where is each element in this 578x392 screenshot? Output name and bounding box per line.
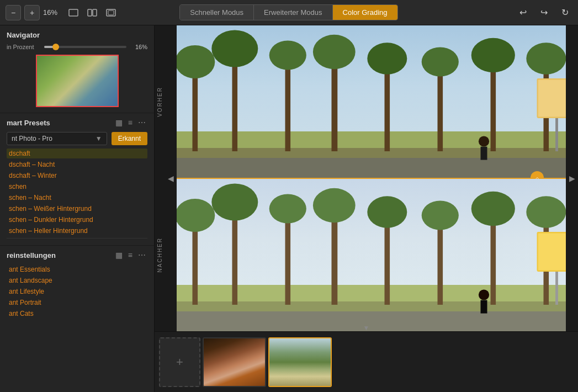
svg-rect-44 (438, 219, 443, 305)
before-label-wrap: Vorher (157, 25, 163, 178)
top-bar-right: ↩ ↪ ↻ (515, 5, 572, 20)
preset-item-0[interactable]: dschaft (7, 149, 147, 158)
svg-rect-2 (93, 9, 97, 16)
undo-button[interactable]: ↩ (515, 5, 531, 20)
svg-rect-4 (108, 10, 114, 15)
filmstrip-thumb-1[interactable] (268, 337, 332, 387)
reinst-item-1[interactable]: ant Landscape (7, 276, 147, 285)
reinstellungen-grid-icon[interactable]: ▦ (114, 250, 124, 260)
svg-rect-46 (491, 212, 496, 305)
preset-divider (7, 238, 147, 239)
nav-next-button[interactable]: ▶ (566, 25, 578, 331)
view-crop-icon[interactable] (103, 5, 119, 20)
svg-rect-42 (385, 215, 390, 305)
reinstellungen-list-icon[interactable]: ≡ (126, 250, 134, 260)
svg-point-41 (313, 188, 356, 223)
smart-presets-header-icons: ▦ ≡ ⋯ (114, 118, 147, 128)
navigator-title: Navigator (7, 31, 147, 39)
reinst-item-0[interactable]: ant Essentials (7, 264, 147, 274)
svg-point-20 (422, 47, 459, 77)
filmstrip-add-button[interactable]: + (159, 337, 200, 387)
preset-item-6[interactable]: schen – Dunkler Hintergrund (7, 215, 147, 225)
svg-point-35 (177, 199, 215, 232)
before-image (177, 25, 566, 178)
svg-point-16 (313, 35, 356, 69)
svg-point-43 (367, 196, 407, 228)
filmstrip-area: ▼ + (155, 331, 578, 392)
zoom-slider-thumb (52, 44, 59, 50)
redo-button[interactable]: ↪ (536, 5, 552, 20)
zoom-slider-track[interactable] (44, 46, 126, 48)
reinstellungen-header-icons: ▦ ≡ ⋯ (114, 250, 147, 260)
smart-presets-more-icon[interactable]: ⋯ (136, 118, 147, 128)
image-panels: ⬦ (177, 25, 566, 331)
preset-item-4[interactable]: schen – Nacht (7, 193, 147, 203)
reinstellungen-list: ant Essentials ant Landscape ant Lifesty… (7, 264, 147, 319)
preset-item-3[interactable]: schen (7, 182, 147, 192)
reinstellungen-title: reinstellungen (7, 251, 114, 259)
tab-color-grading[interactable]: Color Grading (333, 5, 397, 20)
preset-dropdown[interactable]: nt Photo - Pro ▼ (7, 132, 107, 145)
reinstellungen-section: reinstellungen ▦ ≡ ⋯ ant Essentials ant … (0, 246, 154, 392)
reinstellungen-more-icon[interactable]: ⋯ (136, 250, 147, 260)
svg-point-53 (479, 289, 489, 300)
top-bar: − + 16% Schneller Modus Erweiterter Modu… (0, 0, 578, 25)
preset-list: dschaft dschaft – Nacht dschaft – Winter… (7, 149, 147, 236)
zoom-out-button[interactable]: − (6, 5, 21, 20)
svg-rect-13 (285, 59, 291, 151)
preset-item-1[interactable]: dschaft – Nacht (7, 160, 147, 169)
svg-point-45 (422, 201, 459, 230)
main-area: Navigator in Prozent 16% mart Presets ▦ … (0, 25, 578, 392)
svg-point-28 (479, 136, 489, 146)
before-label: Vorher (157, 87, 163, 117)
svg-rect-8 (177, 158, 566, 178)
reinst-item-2[interactable]: ant Lifestyle (7, 287, 147, 296)
refresh-button[interactable]: ↻ (557, 5, 572, 20)
navigator-section: Navigator in Prozent 16% (0, 25, 154, 113)
svg-rect-26 (538, 80, 566, 116)
image-labels-col: Vorher Nachher (155, 25, 165, 331)
view-split-icon[interactable] (84, 5, 100, 20)
preset-item-2[interactable]: dschaft – Winter (7, 171, 147, 181)
svg-point-22 (471, 38, 515, 72)
zoom-row: in Prozent 16% (7, 44, 147, 50)
after-label-wrap: Nachher (157, 178, 163, 331)
svg-point-10 (177, 45, 215, 78)
mode-tab-group: Schneller Modus Erweiterter Modus Color … (179, 4, 397, 20)
preset-item-7[interactable]: schen – Heller Hintergrund (7, 226, 147, 236)
filmstrip-thumb-image-0 (204, 338, 265, 386)
preset-dropdown-row: nt Photo - Pro ▼ Erkannt (7, 132, 147, 145)
smart-presets-section: mart Presets ▦ ≡ ⋯ nt Photo - Pro ▼ Erka… (0, 113, 154, 246)
preset-item-5[interactable]: schen – Weißer Hintergrund (7, 204, 147, 214)
sidebar: Navigator in Prozent 16% mart Presets ▦ … (0, 25, 155, 392)
reinstellungen-header: reinstellungen ▦ ≡ ⋯ (7, 250, 147, 260)
smart-presets-header: mart Presets ▦ ≡ ⋯ (7, 118, 147, 128)
reinst-item-4[interactable]: ant Cats (7, 309, 147, 319)
tab-erweiterter-modus[interactable]: Erweiterter Modus (254, 5, 332, 20)
reinst-item-3[interactable]: ant Portrait (7, 298, 147, 308)
navigator-preview[interactable] (36, 55, 119, 107)
smart-presets-grid-icon[interactable]: ▦ (114, 118, 124, 128)
svg-rect-38 (285, 212, 291, 305)
svg-rect-54 (481, 300, 487, 314)
svg-rect-19 (438, 65, 443, 151)
svg-rect-0 (69, 9, 78, 16)
zoom-percent-label: 16% (131, 44, 147, 50)
filmstrip-thumb-0[interactable] (203, 337, 266, 387)
erkannt-button[interactable]: Erkannt (112, 132, 147, 145)
svg-rect-15 (332, 55, 338, 151)
smart-presets-list-icon[interactable]: ≡ (126, 118, 134, 128)
svg-rect-33 (177, 311, 566, 331)
svg-rect-17 (385, 62, 390, 151)
svg-point-18 (367, 43, 407, 75)
filmstrip-toggle-icon[interactable]: ▼ (363, 324, 370, 332)
top-bar-left: − + 16% (6, 5, 119, 20)
svg-rect-1 (88, 9, 92, 16)
svg-point-14 (269, 41, 306, 70)
view-single-icon[interactable] (66, 5, 81, 20)
zoom-in-button[interactable]: + (24, 5, 40, 20)
tab-schneller-modus[interactable]: Schneller Modus (180, 5, 254, 20)
nav-prev-button[interactable]: ◀ (165, 25, 177, 331)
svg-point-12 (211, 30, 258, 67)
after-image (177, 179, 566, 331)
